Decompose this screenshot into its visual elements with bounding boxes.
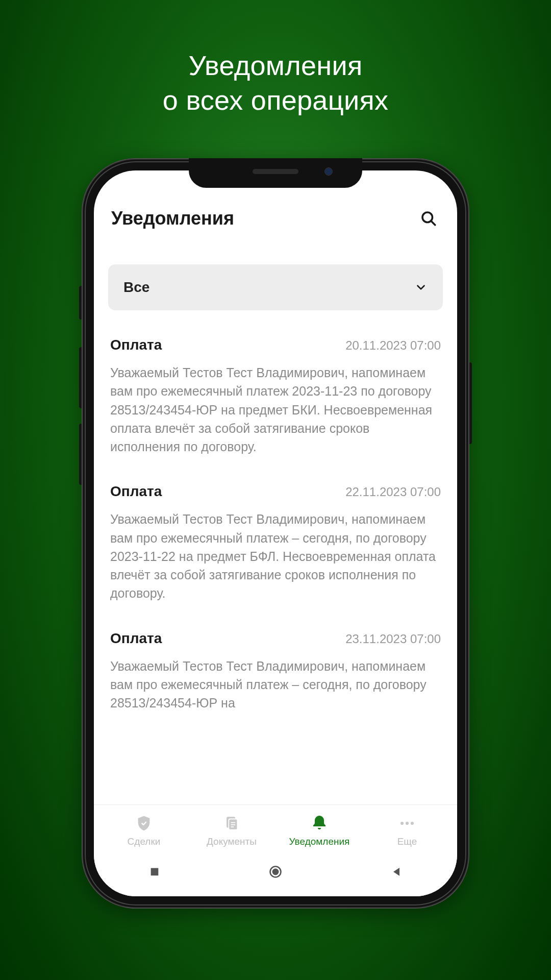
search-button[interactable] — [417, 207, 440, 230]
svg-point-8 — [406, 822, 409, 825]
home-button[interactable] — [265, 862, 286, 882]
svg-point-7 — [400, 822, 404, 825]
filter-area: Все — [94, 233, 457, 310]
chevron-down-icon — [414, 281, 428, 294]
shield-check-icon — [135, 814, 153, 832]
nav-more[interactable]: Еще — [377, 814, 438, 847]
back-button[interactable] — [386, 862, 407, 882]
svg-rect-10 — [151, 868, 158, 876]
svg-line-1 — [431, 221, 435, 225]
search-icon — [419, 209, 438, 228]
svg-point-9 — [411, 822, 414, 825]
circle-icon — [268, 865, 283, 879]
notification-item[interactable]: Оплата 22.11.2023 07:00 Уважаемый Тестов… — [108, 471, 443, 618]
more-icon — [398, 814, 416, 832]
nav-label: Сделки — [128, 836, 161, 847]
phone-mockup: Уведомления Все Оплата 20.11.2023 07:00 … — [82, 158, 469, 909]
notification-body: Уважаемый Тестов Тест Владимирович, напо… — [110, 363, 441, 456]
android-nav-bar — [94, 850, 457, 896]
notification-body: Уважаемый Тестов Тест Владимирович, напо… — [110, 510, 441, 602]
page-title: Уведомления — [111, 208, 234, 229]
phone-screen: Уведомления Все Оплата 20.11.2023 07:00 … — [94, 170, 457, 896]
notification-list[interactable]: Оплата 20.11.2023 07:00 Уважаемый Тестов… — [94, 310, 457, 804]
documents-icon — [222, 814, 241, 832]
phone-notch — [189, 158, 362, 188]
triangle-left-icon — [390, 866, 403, 878]
notification-title: Оплата — [110, 337, 162, 353]
filter-dropdown[interactable]: Все — [108, 264, 443, 310]
promo-line2: о всех операциях — [163, 83, 388, 118]
nav-deals[interactable]: Сделки — [113, 814, 174, 847]
nav-label: Еще — [397, 836, 417, 847]
bottom-nav: Сделки Документы Уведомления Еще — [94, 804, 457, 850]
notification-item[interactable]: Оплата 20.11.2023 07:00 Уважаемый Тестов… — [108, 325, 443, 471]
notification-item[interactable]: Оплата 23.11.2023 07:00 Уважаемый Тестов… — [108, 618, 443, 728]
notification-date: 20.11.2023 07:00 — [345, 338, 441, 353]
bell-icon — [310, 814, 329, 832]
filter-selected-label: Все — [123, 279, 149, 296]
notification-date: 23.11.2023 07:00 — [345, 632, 441, 646]
nav-documents[interactable]: Документы — [201, 814, 262, 847]
promo-heading: Уведомления о всех операциях — [163, 48, 388, 117]
promo-line1: Уведомления — [163, 48, 388, 83]
recent-apps-button[interactable] — [144, 862, 165, 882]
nav-label: Уведомления — [289, 836, 350, 847]
notification-date: 22.11.2023 07:00 — [345, 485, 441, 499]
nav-notifications[interactable]: Уведомления — [289, 814, 350, 847]
notification-title: Оплата — [110, 630, 162, 647]
nav-label: Документы — [207, 836, 257, 847]
notification-body: Уважаемый Тестов Тест Владимирович, напо… — [110, 657, 441, 713]
notification-title: Оплата — [110, 483, 162, 500]
square-icon — [149, 866, 160, 877]
svg-point-12 — [272, 869, 279, 875]
